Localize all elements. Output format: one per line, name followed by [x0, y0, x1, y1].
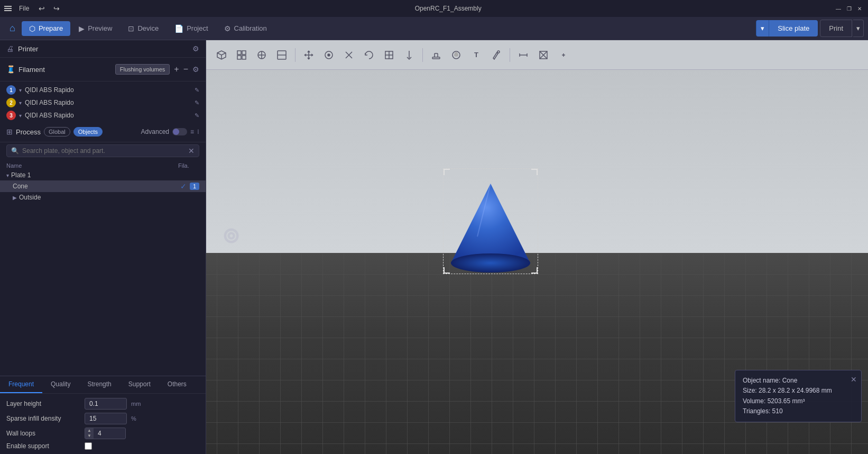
tb-crosshatch-btn[interactable]: [534, 46, 552, 64]
tb-place-btn[interactable]: [400, 46, 418, 64]
slice-btn[interactable]: Slice plate: [769, 20, 818, 37]
tree-cone[interactable]: Cone ✓ 1: [0, 180, 206, 192]
filament-edit-3[interactable]: ✎: [195, 112, 199, 119]
project-label: Project: [187, 24, 208, 32]
tb-arrange-btn[interactable]: [555, 46, 572, 64]
filament-dropdown-1: ▾: [19, 87, 22, 93]
tab-support[interactable]: Support: [120, 376, 159, 393]
tree-plate-1[interactable]: ▾ Plate 1: [0, 170, 206, 180]
restore-btn[interactable]: ❐: [845, 4, 853, 13]
project-icon: 📄: [174, 24, 183, 33]
wall-loops-down[interactable]: ▼: [85, 433, 94, 439]
tb-perspective-btn[interactable]: [213, 46, 230, 64]
flushing-volumes-btn[interactable]: Flushing volumes: [115, 64, 170, 75]
tab-project[interactable]: 📄 Project: [167, 21, 215, 36]
viewport: T ⊚: [206, 40, 868, 454]
objects-pill[interactable]: Objects: [73, 127, 103, 137]
tab-strength[interactable]: Strength: [79, 376, 119, 393]
tb-select-btn[interactable]: [320, 46, 338, 64]
tb-slice-view-btn[interactable]: [273, 46, 291, 64]
tab-frequent[interactable]: Frequent: [0, 376, 42, 393]
plate-chevron-icon: ▾: [6, 172, 9, 178]
print-dropdown[interactable]: ▾: [853, 20, 864, 37]
tb-cut-btn[interactable]: [340, 46, 358, 64]
info-card: ✕ Object name: Cone Size: 28.2 x 28.2 x …: [735, 370, 862, 422]
filament-settings-icon[interactable]: ⚙: [192, 65, 199, 74]
slice-dropdown-arrow[interactable]: ▾: [756, 20, 769, 37]
tab-prepare[interactable]: ⬡ Prepare: [22, 21, 70, 36]
minimize-btn[interactable]: —: [834, 4, 843, 13]
svg-point-13: [497, 51, 500, 53]
tb-orient-btn[interactable]: [253, 46, 271, 64]
global-pill[interactable]: Global: [44, 127, 70, 137]
redo-btn[interactable]: ↪: [51, 4, 62, 13]
sparse-infill-input[interactable]: [85, 413, 127, 424]
printer-icon: 🖨: [6, 44, 14, 53]
outside-label: Outside: [19, 194, 199, 201]
tb-text-btn[interactable]: T: [467, 46, 485, 64]
filament-section: 🧵 Filament Flushing volumes + − ⚙: [0, 58, 206, 81]
wall-loops-up[interactable]: ▲: [85, 428, 94, 433]
tb-color-btn[interactable]: [447, 46, 465, 64]
menu-file[interactable]: File: [16, 4, 32, 13]
filament-badge-3: 3: [6, 111, 16, 120]
cone-object[interactable]: [443, 168, 538, 274]
filament-label: Filament: [19, 66, 112, 74]
tab-preview[interactable]: ▶ Preview: [71, 21, 119, 36]
grid-overlay: [206, 253, 868, 454]
calibration-icon: ⚙: [224, 24, 231, 33]
svg-point-8: [328, 54, 330, 56]
add-filament-btn[interactable]: +: [173, 65, 180, 74]
process-dots-icon[interactable]: ⁞: [197, 128, 199, 135]
layer-height-input[interactable]: [85, 398, 127, 410]
info-volume: Volume: 5203.65 mm³: [743, 396, 854, 406]
tab-quality[interactable]: Quality: [42, 376, 79, 393]
tb-move-btn[interactable]: [300, 46, 318, 64]
tb-support-btn[interactable]: [427, 46, 445, 64]
hamburger-icon[interactable]: [4, 6, 12, 11]
process-icons: ≡ ⁞: [190, 128, 199, 135]
process-section: ⊞ Process Global Objects Advanced ≡ ⁞: [0, 124, 206, 142]
tb-paint-btn[interactable]: [487, 46, 505, 64]
tab-others[interactable]: Others: [159, 376, 195, 393]
tree-outside[interactable]: ▶ Outside: [0, 192, 206, 203]
print-btn[interactable]: Print: [820, 20, 852, 37]
wall-loops-input[interactable]: [94, 428, 125, 439]
filament-edit-1[interactable]: ✎: [195, 87, 199, 94]
tb-sep-3: [510, 48, 510, 62]
tb-sep-2: [422, 48, 423, 62]
tab-row: Frequent Quality Strength Support Others: [0, 376, 206, 394]
brand-logo: ⊚: [222, 223, 240, 248]
device-label: Device: [137, 24, 159, 32]
viewport-3d-content[interactable]: ⊚: [206, 70, 868, 454]
printer-settings-icon[interactable]: ⚙: [192, 44, 199, 53]
filament-edit-2[interactable]: ✎: [195, 99, 199, 106]
close-btn[interactable]: ✕: [855, 4, 864, 13]
svg-rect-9: [385, 51, 389, 55]
tb-scale-btn[interactable]: [380, 46, 398, 64]
home-btn[interactable]: ⌂: [4, 20, 21, 37]
tree-col-fila: Fila.: [178, 162, 199, 169]
sparse-infill-unit: %: [131, 415, 136, 422]
tb-measure-btn[interactable]: [514, 46, 532, 64]
process-list-icon[interactable]: ≡: [190, 128, 194, 135]
filament-dropdown-3: ▾: [19, 113, 22, 119]
advanced-toggle-switch[interactable]: [172, 128, 187, 135]
info-close-btn[interactable]: ✕: [851, 374, 857, 385]
layer-height-unit: mm: [131, 401, 141, 407]
prepare-label: Prepare: [39, 24, 63, 32]
cone-label: Cone: [13, 183, 180, 190]
remove-filament-btn[interactable]: −: [182, 65, 189, 74]
tb-grid-btn[interactable]: [233, 46, 251, 64]
tab-device[interactable]: ⊡ Device: [121, 21, 166, 36]
filament-entry-3: 3 ▾ QIDI ABS Rapido ✎: [6, 109, 199, 122]
tb-rotate-btn[interactable]: [360, 46, 378, 64]
search-close-icon[interactable]: ✕: [188, 147, 195, 155]
grid-floor: [206, 253, 868, 454]
tab-calibration[interactable]: ⚙ Calibration: [217, 21, 274, 36]
undo-btn[interactable]: ↩: [36, 4, 47, 13]
search-input[interactable]: [22, 147, 185, 155]
info-triangles: Triangles: 510: [743, 406, 854, 416]
layer-height-row: Layer height mm: [6, 398, 199, 410]
enable-support-checkbox[interactable]: [85, 442, 92, 450]
